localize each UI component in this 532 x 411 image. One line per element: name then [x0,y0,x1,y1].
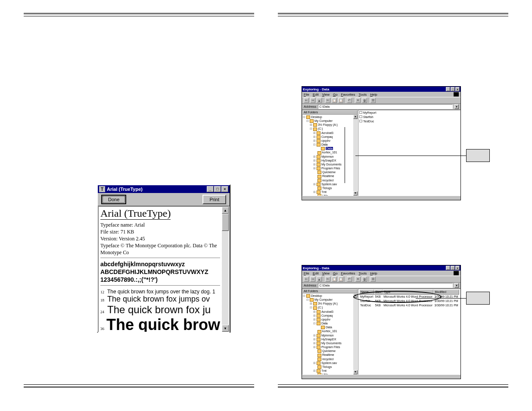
cut-icon[interactable]: ✂ [325,277,330,282]
explorer-titlebar[interactable]: Exploring - Data _ □ × [302,87,460,92]
tree-node[interactable]: recycled [303,357,357,361]
paste-icon[interactable]: 📋 [338,98,343,103]
tree-node[interactable]: Realtime [303,174,357,178]
menu-tools[interactable]: Tools [359,271,367,275]
tree-node[interactable]: Data [303,146,357,150]
tree-node[interactable]: cpqdrv [303,139,357,143]
tree-node[interactable]: kortex_101 [303,329,357,333]
tree-node[interactable]: cpqdrv [303,318,357,321]
close-button[interactable]: × [455,266,460,270]
copy-icon[interactable]: 📋 [332,98,337,103]
tree-node[interactable]: HySnapDX [303,337,357,341]
tree-node[interactable]: Tmt [303,190,357,194]
tree-node[interactable]: Acrobat3 [303,310,357,314]
menu-go[interactable]: Go [333,271,338,275]
tree-node[interactable]: Tlclogs [303,186,357,190]
maximize-button[interactable]: □ [451,87,455,91]
tree-node[interactable]: (C:) [303,305,357,309]
tree-node[interactable]: Program Files [303,166,357,170]
cut-icon[interactable]: ✂ [325,98,330,103]
tree-node[interactable]: Compaq [303,314,357,318]
tree-node[interactable]: My Computer [303,119,357,123]
maximize-button[interactable]: □ [451,266,455,270]
minimize-button[interactable]: _ [207,186,214,192]
done-button[interactable]: Done [101,195,126,204]
menu-help[interactable]: Help [370,93,377,97]
menu-file[interactable]: File [304,93,309,97]
tree-scrollbar[interactable]: ▲▼ [353,115,358,196]
file-item[interactable]: Starfish [359,115,459,119]
minimize-button[interactable]: _ [446,87,450,91]
tree-node[interactable]: My Documents [303,341,357,345]
file-item[interactable]: TestDoc [359,119,459,124]
folder-tree[interactable]: DesktopMy Computer3½ Floppy (A:)(C:)Acro… [302,293,358,375]
views-icon[interactable]: ☰ [370,98,376,103]
menu-file[interactable]: File [304,271,309,275]
scroll-thumb[interactable] [222,214,229,231]
tree-node[interactable]: Utils [303,194,357,196]
copy-icon[interactable]: 📋 [332,277,337,282]
file-item[interactable]: MyReport [359,111,459,115]
menu-go[interactable]: Go [333,93,338,97]
tree-node[interactable]: Acrobat3 [303,131,357,135]
properties-icon[interactable]: 🗑 [362,98,367,103]
tree-node[interactable]: Compaq [303,135,357,139]
menu-bar[interactable]: File Edit View Go Favorites Tools Help [302,92,460,97]
tree-scrollbar[interactable]: ▲▼ [353,293,358,374]
tree-node[interactable]: My Documents [303,162,357,166]
forward-icon[interactable]: ⇒ [310,98,315,103]
up-icon[interactable]: ▲ [317,277,322,282]
menu-view[interactable]: View [322,271,330,275]
close-button[interactable]: × [455,87,460,91]
tree-node[interactable]: Data [303,143,357,146]
back-icon[interactable]: ⇐ [304,277,309,282]
tree-node[interactable]: Data [303,325,357,329]
tree-node[interactable]: Quickenw [303,349,357,353]
tree-node[interactable]: Mpinmsn [303,155,357,159]
file-row[interactable]: TestDoc5KBMicrosoft Works 4.0 Word Proce… [359,303,459,308]
folder-tree[interactable]: DesktopMy Computer3½ Floppy (A:)(C:)Acro… [302,115,358,196]
undo-icon[interactable]: ↶ [347,277,352,282]
delete-icon[interactable]: ✕ [355,98,361,103]
minimize-button[interactable]: _ [446,266,450,270]
tree-node[interactable]: Utils [303,373,357,375]
tree-node[interactable]: Mpinmsn [303,333,357,337]
address-dropdown[interactable]: ▼ [454,283,459,288]
up-icon[interactable]: ▲ [317,98,322,103]
menu-edit[interactable]: Edit [313,271,319,275]
scroll-track[interactable] [222,231,229,325]
explorer-titlebar[interactable]: Exploring - Data _ □ × [302,265,460,271]
scrollbar[interactable]: ▲ ▼ [222,207,229,332]
tree-node[interactable]: Desktop [303,115,357,119]
properties-icon[interactable]: 🗑 [362,277,367,282]
tree-node[interactable]: Data [303,321,357,325]
titlebar[interactable]: T Arial (TrueType) _ □ × [98,185,230,193]
tree-node[interactable]: Realtime [303,353,357,357]
tree-node[interactable]: System.sav [303,182,357,186]
tree-node[interactable]: Quickenw [303,170,357,174]
tree-node[interactable]: Desktop [303,294,357,298]
tree-node[interactable]: System.sav [303,361,357,365]
tree-node[interactable]: Tlclogs [303,365,357,369]
scroll-up[interactable]: ▲ [222,207,229,214]
tree-node[interactable]: recycled [303,178,357,182]
menu-favorites[interactable]: Favorites [341,93,355,97]
forward-icon[interactable]: ⇒ [310,277,315,282]
tree-node[interactable]: My Computer [303,298,357,302]
back-icon[interactable]: ⇐ [304,98,309,103]
address-field[interactable]: C:\Data [318,104,453,109]
scroll-down[interactable]: ▼ [222,325,229,332]
tree-node[interactable]: Program Files [303,345,357,349]
menu-bar[interactable]: File Edit View Go Favorites Tools Help [302,271,460,276]
address-dropdown[interactable]: ▼ [454,104,459,109]
undo-icon[interactable]: ↶ [347,98,352,103]
menu-favorites[interactable]: Favorites [341,271,355,275]
menu-help[interactable]: Help [370,271,377,275]
delete-icon[interactable]: ✕ [355,277,361,282]
file-list[interactable]: MyReportStarfishTestDoc [358,110,460,124]
menu-tools[interactable]: Tools [359,93,367,97]
close-button[interactable]: × [221,186,228,192]
tree-node[interactable]: (C:) [303,127,357,131]
views-icon[interactable]: ☰ [370,277,376,282]
menu-view[interactable]: View [322,93,330,97]
